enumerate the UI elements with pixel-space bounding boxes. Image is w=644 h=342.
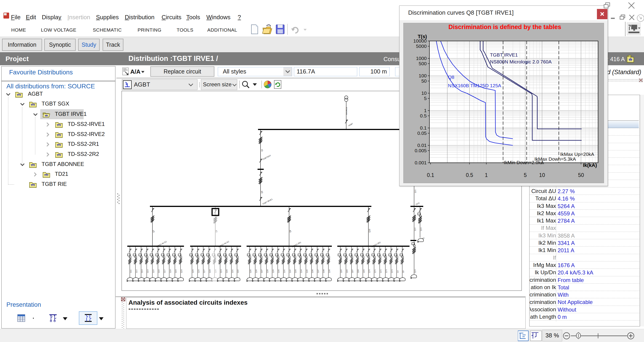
svg-text:Q26: Q26	[198, 269, 200, 273]
svg-text:Q21: Q21	[414, 189, 416, 193]
svg-text:Q45: Q45	[306, 269, 308, 273]
svg-text:Q65: Q65	[340, 269, 342, 273]
svg-text:Q42: Q42	[289, 269, 291, 273]
svg-text:Q22: Q22	[414, 227, 416, 231]
svg-text:Q36: Q36	[255, 269, 257, 273]
svg-text:Q38: Q38	[266, 269, 268, 273]
svg-text:Q68: Q68	[357, 269, 359, 273]
svg-text:Q18: Q18	[169, 269, 172, 273]
svg-text:Q35: Q35	[250, 269, 252, 273]
svg-text:Q48: Q48	[323, 269, 325, 273]
svg-text:Q10: Q10	[368, 229, 371, 233]
svg-text:Q7: Q7	[152, 230, 155, 233]
svg-text:Q74: Q74	[391, 269, 393, 273]
svg-text:Q70: Q70	[368, 269, 370, 273]
svg-text:Q69: Q69	[363, 269, 365, 273]
svg-text:Q73: Q73	[385, 269, 387, 273]
svg-text:Q9: Q9	[289, 230, 292, 233]
svg-text:Q72: Q72	[380, 269, 382, 273]
svg-text:Q44: Q44	[300, 269, 302, 273]
svg-text:Q30: Q30	[226, 269, 228, 273]
svg-text:Q24: Q24	[220, 269, 222, 273]
svg-text:Q43: Q43	[294, 269, 297, 273]
svg-text:Q32: Q32	[237, 269, 239, 273]
svg-text:Q19: Q19	[175, 269, 177, 273]
svg-text:Q49: Q49	[328, 269, 330, 273]
svg-text:Q37: Q37	[261, 269, 263, 273]
svg-text:Q12: Q12	[136, 269, 138, 273]
svg-text:Q66: Q66	[346, 269, 348, 273]
svg-text:Q6: Q6	[402, 270, 404, 273]
svg-text:Q27: Q27	[203, 269, 205, 273]
svg-text:Q1: Q1	[261, 149, 263, 151]
svg-text:Q67: Q67	[352, 269, 354, 273]
svg-text:Q47: Q47	[317, 269, 319, 273]
svg-text:Q71: Q71	[374, 269, 376, 273]
svg-text:Q25: Q25	[192, 269, 194, 273]
svg-text:Q46: Q46	[312, 269, 314, 273]
svg-text:Q20: Q20	[180, 269, 182, 273]
svg-text:Q41: Q41	[284, 269, 286, 273]
svg-text:Q23: Q23	[414, 269, 416, 273]
svg-text:Q29: Q29	[214, 269, 217, 273]
svg-text:Q5: Q5	[261, 191, 263, 194]
svg-text:Q40: Q40	[278, 269, 280, 273]
svg-text:Q8: Q8	[215, 230, 218, 233]
svg-text:Q11: Q11	[130, 269, 132, 273]
svg-text:Q14: Q14	[147, 269, 149, 273]
svg-text:Q23: Q23	[420, 227, 422, 231]
svg-text:Q4: Q4	[397, 270, 399, 273]
svg-text:Q39: Q39	[272, 269, 274, 273]
svg-text:Q31: Q31	[232, 269, 234, 273]
svg-text:Q28: Q28	[209, 269, 211, 273]
svg-text:Q15: Q15	[152, 269, 154, 273]
svg-text:Q13: Q13	[141, 269, 143, 273]
svg-text:Q17: Q17	[164, 269, 166, 273]
svg-text:Q16: Q16	[158, 269, 160, 273]
svg-text:SOURCE: SOURCE	[346, 107, 348, 115]
